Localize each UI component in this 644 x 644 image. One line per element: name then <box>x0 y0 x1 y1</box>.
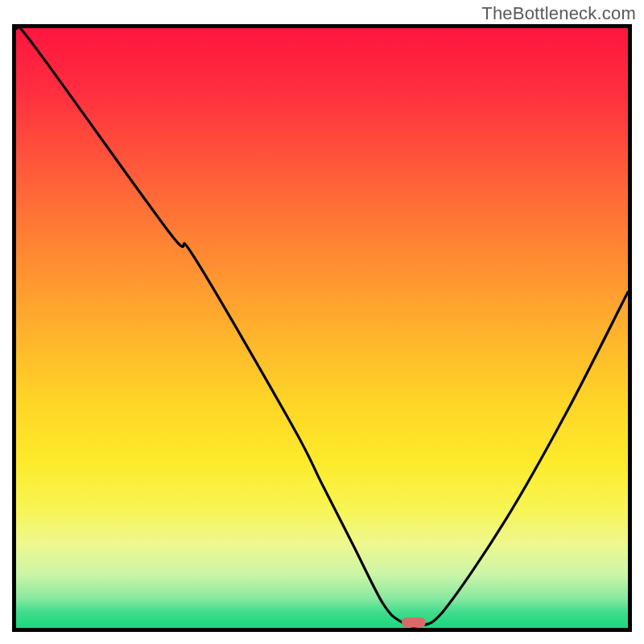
chart-container: TheBottleneck.com <box>0 0 644 644</box>
watermark-text: TheBottleneck.com <box>481 3 636 24</box>
bottleneck-curve <box>16 28 628 626</box>
plot-inner <box>16 28 628 628</box>
plot-frame <box>12 24 632 632</box>
minimum-marker <box>402 617 426 627</box>
bottleneck-curve-svg <box>16 28 628 628</box>
